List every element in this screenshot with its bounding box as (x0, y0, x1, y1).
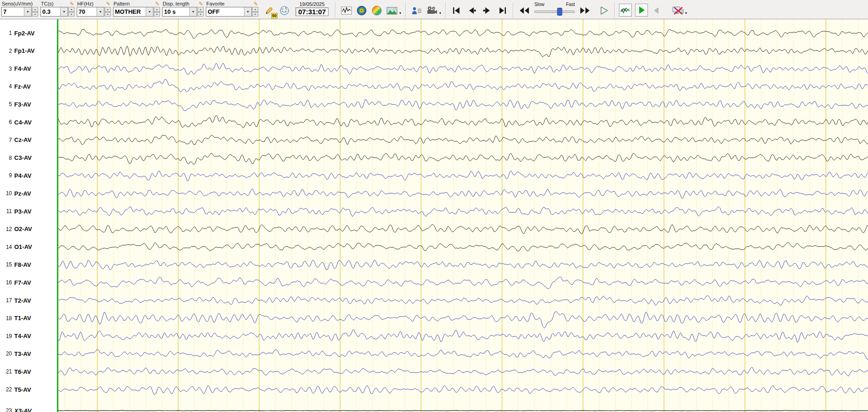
waveform-display-button[interactable] (340, 4, 353, 17)
pencil-tool-button[interactable]: 50 (262, 4, 276, 17)
hf-stepper[interactable]: ▲ ▼ (105, 7, 111, 17)
hf-label: HF(Hz) (77, 1, 93, 6)
channel-row[interactable]: 15 F8-AV (0, 261, 57, 268)
goto-end-button[interactable] (495, 4, 509, 17)
channel-row[interactable]: 18 T1-AV (0, 315, 57, 322)
stepper-down-icon[interactable]: ▼ (68, 12, 74, 17)
stepper-up-icon[interactable]: ▲ (252, 7, 258, 12)
tc-select[interactable]: 0.3 ▼ (40, 7, 68, 17)
channel-row[interactable]: 5 F3-AV (0, 101, 57, 108)
channel-label: X3-AV (14, 407, 31, 412)
channel-row[interactable]: 19 T4-AV (0, 333, 57, 340)
channel-number: 9 (0, 172, 12, 179)
eeg-review-application: Sens(uV/mm) 7 ▼ ▲ ▼ TC(s) ✎ (0, 0, 868, 412)
speed-slider-track[interactable] (534, 7, 575, 15)
edit-pencil-icon[interactable]: ✎ (254, 1, 258, 6)
trend-review-button[interactable] (619, 4, 632, 17)
rewind-button[interactable] (517, 4, 531, 17)
channel-row[interactable]: 12 O2-AV (0, 226, 57, 233)
pattern-select[interactable]: MOTHER ▼ (113, 7, 153, 17)
favorite-stepper[interactable]: ▲ ▼ (252, 7, 258, 17)
stepper-up-icon[interactable]: ▲ (105, 7, 111, 12)
sens-select[interactable]: 7 ▼ (1, 7, 32, 17)
network-dropdown-arrow[interactable]: ▾ (685, 11, 687, 15)
chevron-down-icon[interactable]: ▼ (244, 7, 251, 16)
channel-label: Pz-AV (14, 190, 31, 197)
step-back-button[interactable] (465, 4, 479, 17)
globe-map-button[interactable] (278, 4, 291, 17)
step-forward-button[interactable] (480, 4, 494, 17)
goto-end-icon (497, 6, 507, 15)
channel-row[interactable]: 3 F4-AV (0, 65, 57, 73)
trace-area[interactable] (58, 19, 868, 412)
auto-play-button[interactable] (635, 4, 648, 17)
disp-length-select[interactable]: 10 s ▼ (162, 7, 197, 17)
stepper-down-icon[interactable]: ▼ (198, 12, 204, 17)
channel-row[interactable]: 20 T3-AV (0, 350, 57, 357)
channel-row[interactable]: 9 P4-AV (0, 172, 57, 179)
chevron-down-icon[interactable]: ▼ (60, 7, 68, 16)
speed-slider[interactable]: Slow Fast (534, 2, 575, 15)
back-disabled-button[interactable] (649, 4, 663, 17)
channel-row[interactable]: 21 T6-AV (0, 368, 57, 375)
channel-row[interactable]: 22 T5-AV (0, 386, 57, 393)
edit-pencil-icon[interactable]: ✎ (106, 1, 110, 6)
photo-dropdown-arrow[interactable]: ▾ (399, 11, 401, 15)
channel-number: 10 (0, 190, 12, 197)
stepper-down-icon[interactable]: ▼ (154, 12, 160, 17)
color-map-icon (371, 5, 382, 16)
stepper-up-icon[interactable]: ▲ (68, 7, 74, 12)
channel-row[interactable]: 16 F7-AV (0, 279, 57, 286)
chevron-down-icon[interactable]: ▼ (146, 7, 153, 16)
patient-info-button[interactable] (410, 4, 424, 17)
channel-row[interactable]: 23 X3-AV (0, 407, 57, 412)
channel-row[interactable]: 11 P3-AV (0, 208, 57, 215)
edit-pencil-icon[interactable]: ✎ (155, 1, 159, 6)
brain-map-icon (356, 5, 367, 16)
edit-pencil-icon[interactable]: ✎ (199, 1, 203, 6)
video-button[interactable] (425, 4, 439, 17)
favorite-label: Favorite (206, 1, 225, 6)
pattern-stepper[interactable]: ▲ ▼ (154, 7, 160, 17)
channel-row[interactable]: 4 Fz-AV (0, 83, 57, 90)
stepper-up-icon[interactable]: ▲ (198, 7, 204, 12)
video-dropdown-arrow[interactable]: ▾ (439, 11, 441, 15)
tc-stepper[interactable]: ▲ ▼ (68, 7, 74, 17)
channel-row[interactable]: 7 Cz-AV (0, 136, 57, 144)
chevron-down-icon[interactable]: ▼ (96, 7, 104, 16)
channel-label: T3-AV (14, 350, 31, 357)
network-status-button[interactable] (671, 4, 685, 17)
disp-length-value: 10 s (163, 7, 189, 16)
channel-row[interactable]: 10 Pz-AV (0, 190, 57, 197)
edit-pencil-icon[interactable]: ✎ (70, 1, 74, 6)
channel-row[interactable]: 2 Fp1-AV (0, 47, 57, 55)
play-button[interactable] (597, 4, 611, 17)
channel-labels: 1 Fp2-AV 2 Fp1-AV 3 F4-AV 4 Fz-AV 5 F3-A… (0, 19, 57, 412)
stepper-down-icon[interactable]: ▼ (32, 12, 38, 17)
channel-row[interactable]: 6 C4-AV (0, 119, 57, 126)
stepper-down-icon[interactable]: ▼ (105, 12, 111, 17)
hf-select[interactable]: 70 ▼ (77, 7, 104, 17)
stepper-down-icon[interactable]: ▼ (252, 12, 258, 17)
speed-slider-handle[interactable] (557, 8, 562, 16)
disp-length-stepper[interactable]: ▲ ▼ (198, 7, 204, 17)
channel-row[interactable]: 1 Fp2-AV (0, 29, 57, 37)
channel-label: C3-AV (14, 154, 32, 161)
favorite-select[interactable]: OFF ▼ (206, 7, 252, 17)
stepper-up-icon[interactable]: ▲ (154, 7, 160, 12)
sens-stepper[interactable]: ▲ ▼ (32, 7, 38, 17)
tc-control: TC(s) ✎ 0.3 ▼ ▲ ▼ (40, 0, 74, 17)
fast-forward-button[interactable] (578, 4, 592, 17)
chevron-down-icon[interactable]: ▼ (189, 7, 197, 16)
channel-label: P3-AV (14, 208, 31, 215)
channel-label: C4-AV (14, 119, 32, 126)
chevron-down-icon[interactable]: ▼ (24, 7, 31, 16)
channel-row[interactable]: 14 O1-AV (0, 243, 57, 251)
photo-button[interactable] (385, 4, 399, 17)
brain-topography-button[interactable] (355, 4, 369, 17)
color-map-button[interactable] (370, 4, 384, 17)
stepper-up-icon[interactable]: ▲ (32, 7, 38, 12)
channel-row[interactable]: 17 T2-AV (0, 297, 57, 304)
goto-start-button[interactable] (450, 4, 464, 17)
channel-row[interactable]: 8 C3-AV (0, 154, 57, 162)
